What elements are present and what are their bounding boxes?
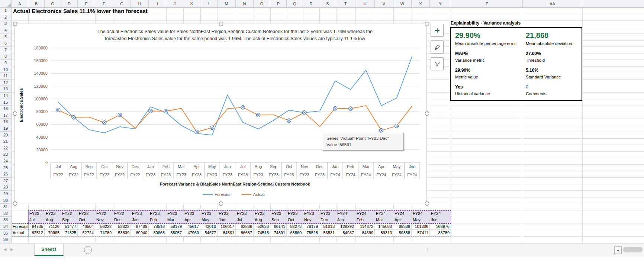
add-sheet-button[interactable]: + <box>84 246 92 254</box>
row-header-30[interactable]: 30 <box>0 197 11 204</box>
column-header-k[interactable]: K <box>183 0 200 7</box>
forecast-value-cell[interactable]: 89338 <box>393 223 412 230</box>
legend-actual[interactable]: Actual <box>253 192 265 197</box>
fy-cell[interactable]: FY22 <box>61 210 78 217</box>
fy-cell[interactable]: FY22 <box>45 210 61 217</box>
column-header-r[interactable]: R <box>303 0 319 7</box>
anomaly-marker-icon[interactable] <box>149 109 152 113</box>
sales-chart-object[interactable]: 0200004000060000800001000001200001400001… <box>14 23 427 203</box>
anomaly-marker-icon[interactable] <box>256 113 260 117</box>
chart-resize-handle[interactable] <box>13 202 17 206</box>
forecast-value-cell[interactable]: 82273 <box>287 223 303 230</box>
row-header-9[interactable]: 9 <box>0 60 11 67</box>
forecast-value-cell[interactable]: 52633 <box>254 223 270 230</box>
forecast-value-cell[interactable]: 166976 <box>430 223 451 230</box>
column-header-l[interactable]: L <box>200 0 218 7</box>
actual-value-cell[interactable]: 71325 <box>61 230 78 236</box>
anomaly-marker-icon[interactable] <box>395 124 399 128</box>
forecast-value-cell[interactable]: 58179 <box>166 223 183 230</box>
anomaly-marker-icon[interactable] <box>57 108 60 112</box>
actual-value-cell[interactable]: 53839 <box>113 230 131 236</box>
forecast-label-cell[interactable]: Forecast <box>12 223 28 230</box>
series-actual-line[interactable] <box>58 106 412 132</box>
anomaly-marker-icon[interactable] <box>379 129 383 132</box>
column-header-z[interactable]: Z <box>451 0 523 7</box>
forecast-value-cell[interactable]: 71126 <box>45 223 61 230</box>
month-cell[interactable]: Jan <box>336 217 355 223</box>
forecast-value-cell[interactable]: 78179 <box>303 223 319 230</box>
row-header-7[interactable]: 7 <box>0 47 11 54</box>
fy-cell[interactable]: FY23 <box>319 210 336 217</box>
anomaly-marker-icon[interactable] <box>72 115 75 119</box>
fy-cell[interactable]: FY24 <box>412 210 430 217</box>
row-header-1[interactable]: 1 <box>0 7 11 14</box>
column-header-a[interactable]: A <box>12 0 28 7</box>
fy-cell[interactable]: FY23 <box>218 210 236 217</box>
row-header-5[interactable]: 5 <box>0 33 11 40</box>
anomaly-marker-icon[interactable] <box>287 119 291 122</box>
select-all-corner[interactable] <box>0 0 12 8</box>
row-header-24[interactable]: 24 <box>0 158 11 165</box>
column-header-f[interactable]: F <box>95 0 113 7</box>
row-header-32[interactable]: 32 <box>0 210 11 217</box>
row-header-28[interactable]: 28 <box>0 184 11 191</box>
forecast-value-cell[interactable]: 128292 <box>336 223 355 230</box>
row-header-18[interactable]: 18 <box>0 119 11 125</box>
forecast-value-cell[interactable]: 78518 <box>149 223 166 230</box>
actual-value-cell[interactable]: 56531 <box>319 230 336 236</box>
actual-label-cell[interactable]: Actual <box>12 230 28 236</box>
forecast-value-cell[interactable]: 43010 <box>200 223 218 230</box>
row-header-31[interactable]: 31 <box>0 204 11 210</box>
month-cell[interactable]: Nov <box>95 217 113 223</box>
row-header-13[interactable]: 13 <box>0 86 11 93</box>
row-header-12[interactable]: 12 <box>0 80 11 86</box>
fy-cell[interactable]: FY24 <box>336 210 355 217</box>
fy-cell[interactable]: FY22 <box>78 210 95 217</box>
month-cell[interactable]: Mar <box>166 217 183 223</box>
month-cell[interactable]: Jun <box>218 217 236 223</box>
fy-cell[interactable]: FY24 <box>430 210 451 217</box>
column-header-p[interactable]: P <box>270 0 287 7</box>
actual-value-cell[interactable]: 62724 <box>78 230 95 236</box>
scroll-left-button[interactable]: ◀ <box>614 246 622 254</box>
row-header-35[interactable]: 35 <box>0 230 11 236</box>
row-header-2[interactable]: 2 <box>0 14 11 21</box>
month-cell[interactable]: May <box>200 217 218 223</box>
column-header-s[interactable]: S <box>319 0 336 7</box>
row-header-4[interactable]: 4 <box>0 27 11 34</box>
actual-value-cell[interactable]: 84699 <box>355 230 375 236</box>
fy-cell[interactable]: FY22 <box>113 210 131 217</box>
chart-elements-button[interactable] <box>431 24 444 37</box>
fy-cell[interactable]: FY24 <box>375 210 393 217</box>
month-cell[interactable]: Nov <box>303 217 319 223</box>
chart-resize-handle[interactable] <box>219 22 223 26</box>
anomaly-marker-icon[interactable] <box>195 130 199 134</box>
month-cell[interactable]: Apr <box>393 217 412 223</box>
sheet-nav-right-icon[interactable]: ▶ <box>10 247 13 251</box>
row-header-14[interactable]: 14 <box>0 93 11 99</box>
forecast-value-cell[interactable]: 81013 <box>319 223 336 230</box>
column-header-e[interactable]: E <box>78 0 95 7</box>
row-header-10[interactable]: 10 <box>0 66 11 73</box>
actual-value-cell[interactable]: 84561 <box>218 230 236 236</box>
fy-cell[interactable]: FY22 <box>95 210 113 217</box>
month-cell[interactable]: Dec <box>319 217 336 223</box>
actual-value-cell[interactable]: 50358 <box>393 230 412 236</box>
chart-styles-button[interactable] <box>431 41 444 54</box>
actual-value-cell[interactable]: 57411 <box>412 230 430 236</box>
column-header-c[interactable]: C <box>45 0 61 7</box>
month-cell[interactable]: Jul <box>236 217 254 223</box>
anomaly-marker-icon[interactable] <box>164 109 168 113</box>
actual-value-cell[interactable]: 74891 <box>270 230 287 236</box>
row-header-26[interactable]: 26 <box>0 171 11 178</box>
column-header-t[interactable]: T <box>336 0 355 7</box>
row-header-20[interactable]: 20 <box>0 132 11 138</box>
chart-resize-handle[interactable] <box>425 112 429 116</box>
chart-resize-handle[interactable] <box>425 202 429 206</box>
anomaly-marker-icon[interactable] <box>210 126 214 129</box>
legend-forecast[interactable]: Forecast <box>215 192 231 197</box>
chart-resize-handle[interactable] <box>13 112 17 116</box>
anomaly-marker-icon[interactable] <box>118 113 122 117</box>
fy-cell[interactable]: FY23 <box>200 210 218 217</box>
anomaly-marker-icon[interactable] <box>349 107 352 110</box>
